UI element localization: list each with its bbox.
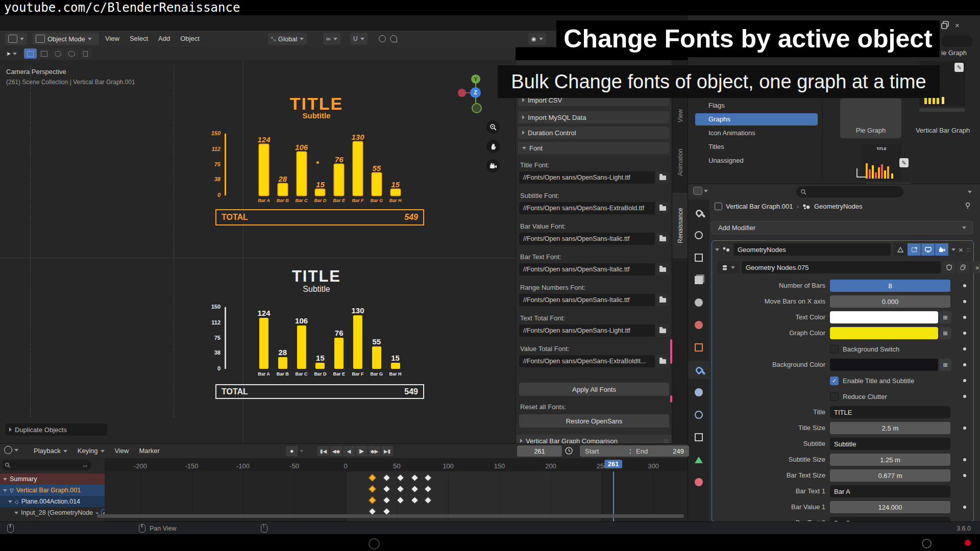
- gizmo-x-axis[interactable]: [458, 89, 466, 97]
- keyframe[interactable]: [410, 474, 419, 482]
- keyframe[interactable]: [424, 485, 432, 493]
- prop-field-move-bars-on-x-axis[interactable]: 0.000: [830, 295, 950, 308]
- operator-panel[interactable]: Duplicate Objects: [5, 423, 107, 436]
- prop-field-subtitle-size[interactable]: 1.25 m: [830, 454, 950, 466]
- prop-field-bar-text-1[interactable]: Bar A: [830, 485, 950, 497]
- properties-tab-view-layer[interactable]: [688, 271, 709, 289]
- snap-magnet-dropdown[interactable]: U: [350, 33, 368, 45]
- viewport-menu-add[interactable]: Add: [153, 31, 175, 47]
- catalog-unassigned[interactable]: Unassigned: [695, 155, 818, 167]
- collapse-icon[interactable]: [715, 248, 719, 251]
- animate-dot[interactable]: [963, 458, 966, 461]
- toggle-realtime-icon[interactable]: [921, 243, 935, 256]
- keyframe[interactable]: [410, 496, 419, 505]
- copy-datablock-icon[interactable]: [957, 261, 969, 273]
- keyframe[interactable]: [369, 474, 377, 482]
- keyframe[interactable]: [424, 474, 432, 482]
- npanel-section-duration-control[interactable]: Duration Control: [518, 127, 669, 139]
- npanel-section-import-mysql-data[interactable]: Import MySQL Data: [518, 111, 669, 123]
- properties-tab-world[interactable]: [688, 316, 709, 334]
- modifier-name-field[interactable]: GeometryNodes: [733, 243, 891, 256]
- frame-end-field[interactable]: End249: [631, 445, 689, 457]
- keyframe[interactable]: [410, 485, 419, 493]
- properties-search-field[interactable]: [796, 186, 903, 197]
- channel-search-field[interactable]: ↔: [2, 460, 91, 470]
- animate-dot[interactable]: [963, 379, 966, 382]
- properties-tab-modifiers[interactable]: [688, 361, 709, 379]
- font-path-field[interactable]: //Fonts/Open sans/OpenSans-ExtraBoldIt..…: [519, 355, 655, 367]
- visibility-dropdown[interactable]: ◉: [528, 33, 546, 45]
- jump-to-start-button[interactable]: ▮◀: [317, 446, 329, 456]
- checkbox-enable-title-and-subtitle[interactable]: ✓: [830, 377, 839, 385]
- animate-dot[interactable]: [963, 474, 966, 477]
- animate-dot[interactable]: [963, 427, 966, 430]
- properties-tab-render[interactable]: [688, 226, 709, 244]
- keyframe[interactable]: [396, 474, 404, 482]
- play-button[interactable]: ▶: [356, 446, 368, 456]
- prop-field-number-of-bars[interactable]: 8: [830, 280, 950, 292]
- animate-dot[interactable]: [963, 363, 966, 366]
- properties-tab-object-data[interactable]: [688, 450, 709, 469]
- frame-start-field[interactable]: Start1: [580, 445, 638, 457]
- filter-icon[interactable]: ↔: [82, 461, 88, 469]
- restore-opensans-button[interactable]: Restore OpenSans: [519, 414, 669, 428]
- animate-dot[interactable]: [963, 506, 966, 509]
- catalog-graphs[interactable]: Graphs: [695, 113, 818, 126]
- font-path-field[interactable]: //Fonts/Open sans/OpenSans-Light.ttf: [519, 171, 655, 184]
- editor-type-button[interactable]: [5, 33, 27, 45]
- viewport-menu-object[interactable]: Object: [175, 31, 205, 47]
- asset-label-pie-graph[interactable]: Pie Graph: [840, 127, 901, 134]
- animate-dot[interactable]: [963, 284, 966, 287]
- catalog-flags[interactable]: Flags: [695, 99, 818, 112]
- keyframe[interactable]: [383, 496, 391, 505]
- asset-thumb-bar-comparison[interactable]: TITLE ✎: [862, 144, 901, 181]
- pan-button[interactable]: [486, 140, 500, 153]
- open-file-button[interactable]: [656, 202, 669, 214]
- viewport-3d[interactable]: Camera Perspective (261) Scene Collectio…: [0, 60, 516, 443]
- open-file-button[interactable]: [656, 324, 669, 337]
- snap-target-dropdown[interactable]: ∞: [323, 33, 340, 45]
- edit-asset-icon[interactable]: ✎: [954, 63, 964, 72]
- timeline-scrollbar[interactable]: [97, 514, 684, 518]
- checkbox-reduce-clutter[interactable]: [830, 392, 839, 401]
- auto-key-record-button[interactable]: ●: [286, 446, 298, 456]
- select-mode-tweak[interactable]: [24, 48, 37, 59]
- toggle-edit-mode-icon[interactable]: [908, 243, 921, 256]
- breadcrumb-nodes[interactable]: GeometryNodes: [814, 203, 863, 210]
- toggle-render-icon[interactable]: [935, 243, 948, 256]
- proportional-edit-group[interactable]: [379, 35, 397, 42]
- animate-dot[interactable]: [963, 316, 966, 319]
- select-mode-box[interactable]: [38, 48, 51, 59]
- modifier-extras-caret[interactable]: [951, 248, 955, 251]
- jump-to-end-button[interactable]: ▶▮: [381, 446, 393, 456]
- checkbox-background-switch[interactable]: [830, 345, 839, 354]
- font-path-field[interactable]: //Fonts/Open sans/OpenSans-Light.ttf: [519, 324, 655, 337]
- properties-tab-particles[interactable]: [688, 383, 709, 402]
- prop-field-title-size[interactable]: 2.5 m: [830, 422, 950, 434]
- modifier-close-icon[interactable]: ×: [959, 245, 963, 254]
- keyframe[interactable]: [369, 496, 377, 505]
- properties-tab-output[interactable]: [688, 248, 709, 267]
- close-icon[interactable]: ×: [955, 21, 960, 30]
- prop-field-bar-value-1[interactable]: 124.000: [830, 501, 950, 513]
- keyframe[interactable]: [396, 485, 404, 493]
- apply-all-fonts-button[interactable]: Apply All Fonts: [519, 383, 669, 396]
- current-frame-field[interactable]: 261: [517, 445, 562, 457]
- unlink-icon[interactable]: ×: [971, 261, 980, 273]
- open-file-button[interactable]: [656, 233, 669, 245]
- color-extras-button[interactable]: ⊞: [939, 359, 951, 371]
- prop-field-subtitle[interactable]: Subtitle: [830, 438, 950, 450]
- asset-label-vertical-bar-graph[interactable]: Vertical Bar Graph: [905, 127, 980, 134]
- channel-fcurve[interactable]: Input_28 (GeometryNode⌁✓: [0, 507, 105, 518]
- prop-field-title[interactable]: TITLE: [830, 406, 950, 418]
- font-path-field[interactable]: //Fonts/Open sans/OpenSans-Italic.ttf: [519, 263, 655, 276]
- prev-keyframe-button[interactable]: ◀◆: [330, 446, 342, 456]
- npanel-tab-animation[interactable]: Animation: [672, 136, 688, 189]
- asset-search-field[interactable]: [941, 36, 973, 47]
- timeline-menu-marker[interactable]: Marker: [134, 444, 164, 458]
- animate-dot[interactable]: [963, 300, 966, 303]
- asset-mini-slider[interactable]: [919, 108, 965, 112]
- properties-tab-material[interactable]: [688, 473, 709, 491]
- select-mode-extra[interactable]: [79, 48, 92, 59]
- select-mode-lasso[interactable]: [65, 48, 78, 59]
